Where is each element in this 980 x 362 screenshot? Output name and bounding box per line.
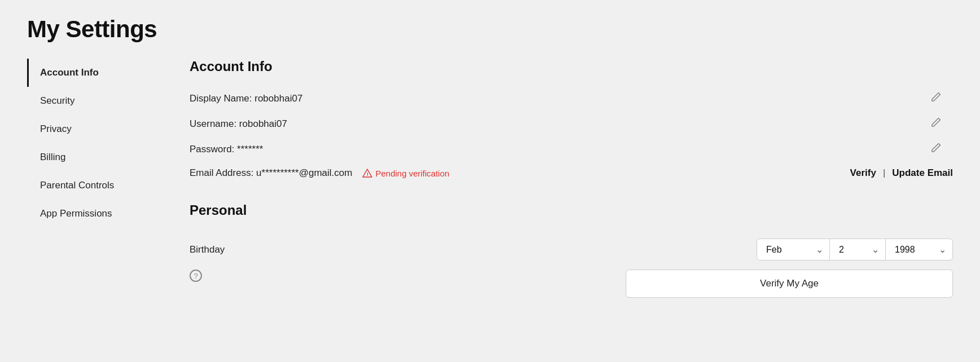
edit-username-button[interactable] bbox=[930, 117, 942, 131]
personal-title: Personal bbox=[190, 202, 953, 218]
birthday-label: Birthday bbox=[190, 244, 325, 255]
month-select-wrapper: Jan Feb Mar Apr May Jun Jul Aug Sep Oct bbox=[757, 239, 830, 261]
birthday-row: Birthday Jan Feb Mar Apr May Jun Jul bbox=[190, 229, 953, 267]
verify-age-button[interactable]: Verify My Age bbox=[626, 270, 953, 298]
sidebar-item-account-info[interactable]: Account Info bbox=[27, 59, 162, 87]
day-select[interactable]: 1 2 3 4 5 6 7 8 9 10 11 bbox=[829, 239, 886, 261]
email-row: Email Address: u**********@gmail.com ! P… bbox=[190, 162, 953, 184]
email-actions: Verify | Update Email bbox=[850, 167, 953, 179]
day-select-wrapper: 1 2 3 4 5 6 7 8 9 10 11 bbox=[829, 239, 886, 261]
password-label: Password: ******* bbox=[190, 144, 915, 155]
sidebar: Account Info Security Privacy Billing Pa… bbox=[27, 59, 162, 304]
account-info-section: Account Info Display Name: robobhai07 bbox=[190, 59, 953, 184]
edit-display-name-button[interactable] bbox=[930, 91, 942, 105]
svg-text:!: ! bbox=[367, 171, 368, 177]
display-name-row: Display Name: robobhai07 bbox=[190, 86, 953, 111]
birthday-selects: Jan Feb Mar Apr May Jun Jul Aug Sep Oct bbox=[757, 239, 953, 261]
edit-password-button[interactable] bbox=[930, 142, 942, 156]
username-row: Username: robobhai07 bbox=[190, 111, 953, 136]
display-name-label: Display Name: robobhai07 bbox=[190, 93, 915, 104]
password-row: Password: ******* bbox=[190, 136, 953, 162]
month-select[interactable]: Jan Feb Mar Apr May Jun Jul Aug Sep Oct bbox=[757, 239, 830, 261]
verify-button[interactable]: Verify bbox=[850, 167, 876, 179]
sidebar-item-parental-controls[interactable]: Parental Controls bbox=[27, 171, 162, 200]
main-content: Account Info Display Name: robobhai07 bbox=[162, 59, 953, 304]
email-label: Email Address: u**********@gmail.com ! P… bbox=[190, 167, 850, 179]
year-select-wrapper: 1990 1991 1992 1993 1994 1995 1996 1997 … bbox=[885, 239, 953, 261]
sidebar-item-app-permissions[interactable]: App Permissions bbox=[27, 200, 162, 228]
personal-section: Personal Birthday Jan Feb Mar Apr May bbox=[190, 202, 953, 304]
help-icon[interactable]: ? bbox=[190, 270, 202, 282]
username-label: Username: robobhai07 bbox=[190, 118, 915, 130]
pending-verification-badge: ! Pending verification bbox=[362, 169, 449, 178]
help-verify-row: ? Verify My Age bbox=[190, 267, 953, 304]
year-select[interactable]: 1990 1991 1992 1993 1994 1995 1996 1997 … bbox=[885, 239, 953, 261]
sidebar-item-privacy[interactable]: Privacy bbox=[27, 115, 162, 143]
page-title: My Settings bbox=[27, 16, 953, 43]
sidebar-item-billing[interactable]: Billing bbox=[27, 143, 162, 171]
account-info-title: Account Info bbox=[190, 59, 953, 74]
warning-icon: ! bbox=[362, 169, 372, 178]
update-email-button[interactable]: Update Email bbox=[892, 167, 953, 179]
actions-divider: | bbox=[883, 167, 885, 179]
sidebar-item-security[interactable]: Security bbox=[27, 87, 162, 115]
